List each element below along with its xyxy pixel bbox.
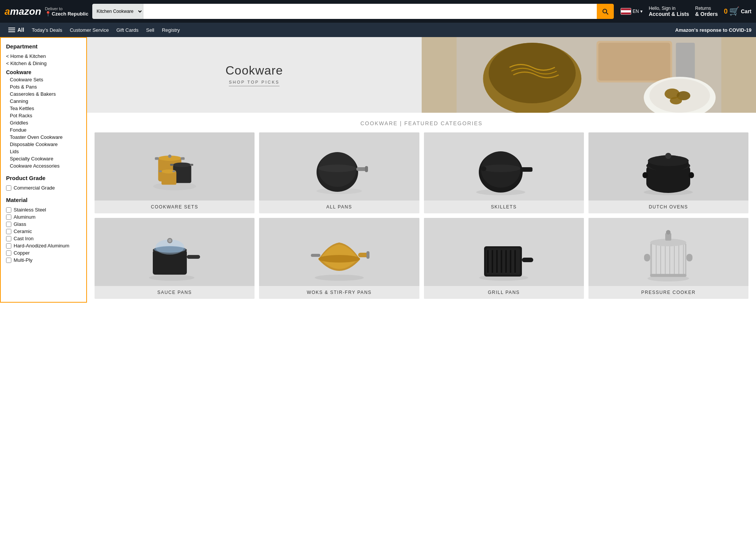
sidebar-pots-pans[interactable]: Pots & Pans — [6, 83, 81, 90]
navbar: All Today's Deals Customer Service Gift … — [0, 23, 756, 37]
cart-icon: 🛒 — [729, 6, 739, 16]
flag-dropdown-icon: ▾ — [640, 9, 643, 14]
returns-link[interactable]: Returns & Orders — [695, 6, 718, 17]
commercial-grade-checkbox[interactable] — [6, 185, 11, 191]
sidebar-tea-kettles[interactable]: Tea Kettles — [6, 105, 81, 112]
copper-checkbox[interactable] — [6, 250, 11, 256]
sidebar-cookware-sets[interactable]: Cookware Sets — [6, 76, 81, 83]
account-label: Hello, Sign in — [649, 6, 675, 11]
category-grill-pans[interactable]: GRILL PANS — [424, 218, 584, 299]
cart-count: 0 — [724, 8, 728, 16]
filter-copper[interactable]: Copper — [6, 249, 81, 256]
hard-anodized-label: Hard-Anodized Aluminum — [14, 243, 69, 249]
filter-commercial-grade[interactable]: Commercial Grade — [6, 184, 81, 191]
svg-rect-15 — [180, 157, 185, 160]
hero-left: Cookware SHOP TOP PICKS — [87, 37, 422, 113]
deliver-location: 📍 Czech Republic — [45, 11, 88, 17]
cast-iron-checkbox[interactable] — [6, 236, 11, 241]
department-heading: Department — [6, 43, 81, 50]
search-input[interactable] — [143, 4, 597, 19]
dutch-ovens-image — [588, 132, 748, 201]
category-sauce-pans[interactable]: SAUCE PANS — [95, 218, 255, 299]
category-cookware-sets[interactable]: COOKWARE SETS — [95, 132, 255, 213]
hero-subtitle: SHOP TOP PICKS — [229, 80, 279, 86]
sidebar-home-kitchen[interactable]: < Home & Kitchen — [6, 53, 81, 60]
sidebar-fondue[interactable]: Fondue — [6, 126, 81, 134]
ceramic-label: Ceramic — [14, 228, 32, 234]
returns-label: Returns — [695, 6, 711, 11]
nav-todays-deals[interactable]: Today's Deals — [28, 24, 66, 36]
filter-glass[interactable]: Glass — [6, 221, 81, 228]
stainless-steel-checkbox[interactable] — [6, 207, 11, 213]
category-dutch-ovens[interactable]: DUTCH OVENS — [588, 132, 748, 213]
amazon-logo[interactable]: amazon — [5, 6, 41, 17]
filter-hard-anodized[interactable]: Hard-Anodized Aluminum — [6, 242, 81, 249]
filter-stainless-steel[interactable]: Stainless Steel — [6, 206, 81, 213]
svg-point-43 — [665, 153, 671, 159]
cookware-sets-svg — [148, 140, 201, 193]
nav-gift-cards[interactable]: Gift Cards — [113, 24, 143, 36]
sidebar-toaster-oven[interactable]: Toaster Oven Cookware — [6, 134, 81, 141]
sidebar-lids[interactable]: Lids — [6, 148, 81, 155]
cart-link[interactable]: 0 🛒 Cart — [724, 6, 751, 16]
all-pans-image — [259, 132, 419, 201]
grill-pans-label: GRILL PANS — [424, 286, 584, 299]
svg-rect-4 — [598, 43, 670, 81]
aluminum-checkbox[interactable] — [6, 214, 11, 220]
category-pressure-cooker[interactable]: PRESSURE COOKER — [588, 218, 748, 299]
svg-rect-19 — [170, 164, 173, 166]
stainless-steel-label: Stainless Steel — [14, 207, 46, 213]
cast-iron-label: Cast Iron — [14, 236, 34, 241]
skillets-label: SKILLETS — [424, 201, 584, 213]
dutch-ovens-svg — [638, 136, 699, 197]
filter-aluminum[interactable]: Aluminum — [6, 213, 81, 221]
category-woks[interactable]: WOKS & STIR-FRY PANS — [259, 218, 419, 299]
deliver-to[interactable]: Deliver to 📍 Czech Republic — [45, 6, 88, 17]
svg-rect-21 — [161, 171, 176, 185]
content-area: Cookware SHOP TOP PICKS — [87, 37, 756, 303]
category-skillets[interactable]: SKILLETS — [424, 132, 584, 213]
svg-rect-45 — [689, 172, 694, 178]
featured-sub-label: | FEATURED CATEGORIES — [400, 120, 483, 126]
sidebar-kitchen-dining[interactable]: < Kitchen & Dining — [6, 60, 81, 67]
svg-rect-44 — [643, 172, 648, 178]
sidebar-griddles[interactable]: Griddles — [6, 119, 81, 126]
search-category-select[interactable]: Kitchen Cookware — [92, 4, 143, 19]
filter-multi-ply[interactable]: Multi-Ply — [6, 256, 81, 264]
material-heading: Material — [6, 197, 81, 203]
hard-anodized-checkbox[interactable] — [6, 243, 11, 249]
svg-point-10 — [670, 97, 682, 104]
account-sub: Account & Lists — [649, 11, 689, 17]
category-all-pans[interactable]: ALL PANS — [259, 132, 419, 213]
nav-covid[interactable]: Amazon's response to COVID-19 — [675, 27, 751, 33]
sidebar-casseroles[interactable]: Casseroles & Bakers — [6, 90, 81, 98]
filter-ceramic[interactable]: Ceramic — [6, 228, 81, 235]
nav-registry[interactable]: Registry — [158, 24, 184, 36]
svg-rect-58 — [366, 251, 369, 259]
language-selector[interactable]: 🇺🇸 EN ▾ — [621, 8, 643, 15]
sidebar-cookware[interactable]: Cookware — [6, 68, 81, 76]
hero-banner[interactable]: Cookware SHOP TOP PICKS — [87, 37, 756, 113]
grill-pans-svg — [473, 222, 534, 282]
product-grade-heading: Product Grade — [6, 175, 81, 181]
returns-sub: & Orders — [695, 11, 718, 17]
grill-pans-image — [424, 218, 584, 286]
filter-cast-iron[interactable]: Cast Iron — [6, 235, 81, 242]
sidebar-specialty[interactable]: Specialty Cookware — [6, 155, 81, 162]
search-button[interactable] — [597, 4, 614, 19]
svg-rect-24 — [172, 171, 175, 172]
all-pans-svg — [309, 136, 369, 197]
sidebar-accessories[interactable]: Cookware Accessories — [6, 162, 81, 169]
svg-point-16 — [168, 155, 171, 158]
account-link[interactable]: Hello, Sign in Account & Lists — [649, 6, 689, 17]
sidebar-pot-racks[interactable]: Pot Racks — [6, 112, 81, 119]
ceramic-checkbox[interactable] — [6, 229, 11, 234]
nav-customer-service[interactable]: Customer Service — [66, 24, 112, 36]
sidebar-canning[interactable]: Canning — [6, 98, 81, 105]
nav-all-button[interactable]: All — [5, 24, 28, 36]
sidebar-disposable[interactable]: Disposable Cookware — [6, 141, 81, 148]
nav-sell[interactable]: Sell — [142, 24, 158, 36]
multi-ply-checkbox[interactable] — [6, 258, 11, 263]
svg-rect-86 — [650, 274, 686, 277]
glass-checkbox[interactable] — [6, 222, 11, 227]
